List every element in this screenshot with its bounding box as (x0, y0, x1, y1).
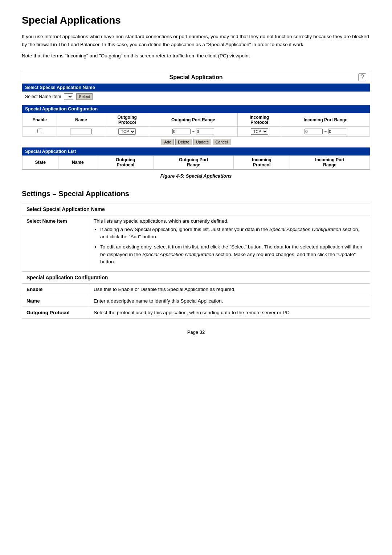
list-col-state: State (23, 155, 58, 169)
col-outgoing-port-range: Outgoing Port Range (149, 113, 237, 126)
config-section-header: Special Application Configuration (22, 105, 370, 113)
settings-name-label: Name (22, 295, 89, 307)
list-col-incoming-protocol: IncomingProtocol (233, 155, 290, 169)
figure-caption: Figure 4-5: Special Applications (22, 173, 370, 179)
settings-table: Select Special Application Name Select N… (22, 203, 370, 319)
col-enable: Enable (23, 113, 57, 126)
incoming-port-range-cell: ~ (281, 126, 370, 136)
settings-outgoing-protocol-row: Outgoing Protocol Select the protocol us… (22, 307, 370, 319)
intro-paragraph-1: If you use Internet applications which h… (22, 33, 370, 48)
settings-outgoing-protocol-label: Outgoing Protocol (22, 307, 89, 319)
list-col-outgoing-port-range: Outgoing PortRange (154, 155, 234, 169)
select-section-header: Select Special Application Name (22, 84, 370, 92)
settings-enable-row: Enable Use this to Enable or Disable thi… (22, 284, 370, 295)
config-data-row: TCP ~ TCP (23, 126, 370, 136)
incoming-protocol-select[interactable]: TCP (251, 128, 268, 135)
special-application-box: Special Application ? Select Special App… (22, 71, 370, 170)
enable-cell (23, 126, 57, 136)
name-input[interactable] (70, 129, 92, 134)
list-col-name: Name (58, 155, 97, 169)
settings-enable-label: Enable (22, 284, 89, 295)
settings-name-row: Name Enter a descriptive name to identif… (22, 295, 370, 307)
outgoing-port-from[interactable] (172, 129, 191, 134)
incoming-port-to[interactable] (328, 129, 346, 134)
cancel-button[interactable]: Cancel (213, 139, 230, 145)
delete-button[interactable]: Delete (175, 139, 192, 145)
col-incoming-protocol: IncomingProtocol (237, 113, 281, 126)
col-incoming-port-range: Incoming Port Range (281, 113, 370, 126)
list-table: State Name OutgoingProtocol Outgoing Por… (22, 155, 370, 169)
settings-select-field-label: Select Name Item (22, 215, 89, 271)
settings-select-name-row: Select Name Item This lists any special … (22, 215, 370, 271)
list-col-incoming-port-range: Incoming PortRange (290, 155, 370, 169)
col-name: Name (57, 113, 105, 126)
select-name-row: Select Name Item Select (22, 92, 370, 102)
help-icon[interactable]: ? (358, 73, 366, 81)
settings-select-bullets: If adding a new Special Application, ign… (100, 226, 366, 266)
settings-bullet-1: If adding a new Special Application, ign… (100, 226, 366, 241)
settings-outgoing-protocol-desc: Select the protocol used by this applica… (89, 307, 370, 319)
settings-bullet-2: To edit an existing entry, select it fro… (100, 243, 366, 266)
enable-checkbox[interactable] (37, 129, 42, 133)
settings-title: Settings – Special Applications (22, 190, 370, 198)
app-box-title: Special Application (34, 74, 358, 81)
outgoing-protocol-cell: TCP (105, 126, 149, 136)
settings-config-header: Special Application Configuration (22, 272, 370, 284)
select-name-dropdown[interactable] (64, 93, 73, 100)
select-button[interactable]: Select (76, 93, 93, 100)
settings-select-description: This lists any special applications, whi… (94, 218, 228, 224)
settings-name-desc: Enter a descriptive name to identify thi… (89, 295, 370, 307)
col-outgoing-protocol: OutgoingProtocol (105, 113, 149, 126)
outgoing-port-range-cell: ~ (149, 126, 237, 136)
outgoing-protocol-select[interactable]: TCP (118, 128, 136, 135)
action-buttons-row: Add Delete Update Cancel (22, 137, 370, 147)
config-table: Enable Name OutgoingProtocol Outgoing Po… (22, 113, 370, 137)
incoming-protocol-cell: TCP (237, 126, 281, 136)
outgoing-port-to[interactable] (196, 129, 214, 134)
incoming-port-from[interactable] (305, 129, 323, 134)
add-button[interactable]: Add (162, 139, 174, 145)
list-section-header: Special Application List (22, 147, 370, 155)
settings-select-header: Select Special Application Name (22, 203, 370, 215)
page-number: Page 32 (22, 329, 370, 335)
page-title: Special Applications (22, 15, 370, 26)
settings-config-header-row: Special Application Configuration (22, 272, 370, 284)
settings-enable-desc: Use this to Enable or Disable this Speci… (89, 284, 370, 295)
settings-select-field-content: This lists any special applications, whi… (89, 215, 370, 271)
app-box-title-row: Special Application ? (22, 71, 370, 84)
update-button[interactable]: Update (193, 139, 211, 145)
list-col-outgoing-protocol: OutgoingProtocol (97, 155, 154, 169)
select-name-label: Select Name Item (25, 94, 61, 99)
settings-select-header-row: Select Special Application Name (22, 203, 370, 215)
intro-paragraph-2: Note that the terms "Incoming" and "Outg… (22, 52, 370, 60)
name-cell (57, 126, 105, 136)
